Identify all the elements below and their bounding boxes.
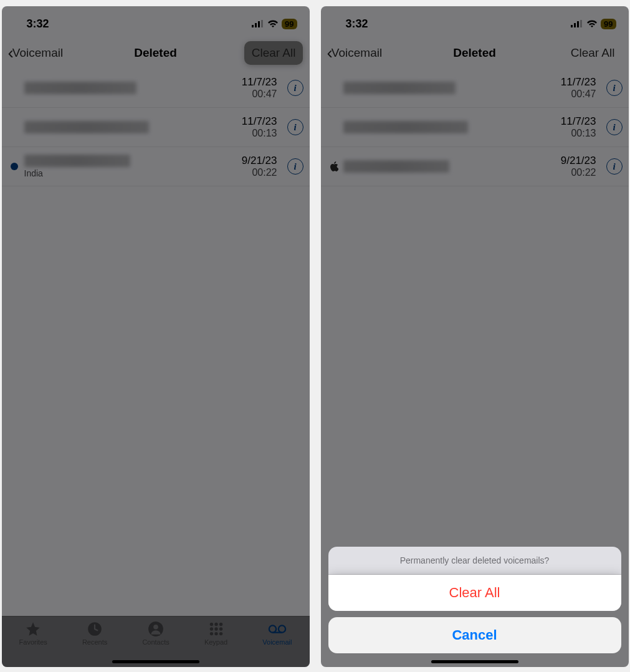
voicemail-duration: 00:13 [561, 128, 596, 139]
tab-label: Keypad [204, 638, 227, 646]
redacted-name [343, 121, 468, 133]
redacted-name [343, 160, 449, 173]
unread-dot [330, 123, 337, 131]
info-icon[interactable]: i [287, 119, 303, 135]
tab-label: Contacts [142, 638, 169, 646]
navigation-bar: ‹ Voicemail Deleted Clear All [321, 37, 629, 69]
action-sheet-message: Permanently clear deleted voicemails? [328, 547, 621, 575]
voicemail-date: 11/7/23 [561, 115, 596, 128]
voicemail-date: 9/21/23 [242, 155, 277, 167]
back-label: Voicemail [12, 46, 63, 60]
unread-dot [11, 163, 18, 170]
tab-label: Recents [82, 638, 107, 646]
info-icon[interactable]: i [606, 119, 623, 135]
voicemail-row[interactable]: India 9/21/23 00:22 i [2, 147, 310, 186]
svg-point-11 [214, 627, 217, 630]
battery-indicator: 99 [282, 19, 297, 29]
info-icon[interactable]: i [606, 158, 623, 175]
svg-rect-20 [574, 23, 576, 27]
back-label: Voicemail [332, 46, 382, 60]
svg-point-16 [269, 625, 276, 632]
tab-voicemail[interactable]: Voicemail [262, 620, 292, 646]
cellular-signal-icon [571, 20, 583, 27]
back-button[interactable]: ‹ Voicemail [327, 46, 383, 60]
status-time: 3:32 [27, 17, 49, 31]
redacted-name [24, 121, 149, 133]
clear-all-button[interactable]: Clear All [563, 41, 623, 65]
tab-recents[interactable]: Recents [82, 620, 107, 646]
voicemail-subtitle: India [24, 168, 237, 178]
status-bar: 3:32 99 [2, 6, 310, 37]
phone-left-deleted-voicemail: 3:32 99 ‹ Voicemail Deleted Clear Al [2, 6, 310, 667]
voicemail-date: 11/7/23 [561, 76, 596, 89]
redacted-name [24, 155, 130, 167]
voicemail-row[interactable]: 11/7/23 00:13 i [2, 108, 310, 147]
voicemail-duration: 00:13 [242, 128, 277, 139]
svg-point-17 [279, 625, 285, 632]
wifi-icon [267, 20, 279, 28]
svg-point-8 [214, 623, 217, 626]
unread-dot [11, 123, 18, 131]
svg-point-13 [209, 632, 212, 635]
action-sheet: Permanently clear deleted voicemails? Cl… [328, 547, 621, 653]
cancel-button[interactable]: Cancel [328, 617, 621, 653]
voicemail-row[interactable]: 11/7/23 00:13 i [321, 108, 629, 147]
tab-label: Favorites [19, 638, 47, 646]
voicemail-row[interactable]: 11/7/23 00:47 i [2, 69, 310, 108]
svg-point-12 [219, 627, 222, 630]
svg-point-15 [219, 632, 222, 635]
keypad-icon [207, 620, 226, 638]
voicemail-row[interactable]: 11/7/23 00:47 i [321, 69, 629, 108]
apple-icon [330, 161, 338, 171]
info-icon[interactable]: i [287, 158, 303, 175]
cellular-signal-icon [252, 20, 264, 27]
status-bar: 3:32 99 [321, 6, 629, 37]
back-button[interactable]: ‹ Voicemail [8, 46, 64, 60]
svg-point-9 [219, 623, 222, 626]
voicemail-duration: 00:22 [242, 167, 277, 178]
svg-rect-2 [258, 21, 260, 27]
voicemail-date: 11/7/23 [242, 76, 277, 89]
wifi-icon [586, 20, 598, 28]
svg-rect-22 [580, 20, 582, 27]
phone-right-clear-confirmation: 3:32 99 ‹ Voicemail Deleted Clear Al [321, 6, 629, 667]
home-indicator[interactable] [112, 660, 199, 663]
voicemail-date: 11/7/23 [242, 115, 277, 128]
person-icon [146, 620, 165, 638]
voicemail-duration: 00:22 [561, 167, 596, 178]
svg-point-7 [209, 623, 212, 626]
voicemail-list: 11/7/23 00:47 i 11/7/23 00:13 i [2, 69, 310, 616]
unread-dot [11, 84, 18, 92]
svg-point-14 [214, 632, 217, 635]
info-icon[interactable]: i [287, 80, 303, 96]
star-icon [24, 620, 42, 638]
clear-all-button[interactable]: Clear All [244, 41, 303, 65]
voicemail-duration: 00:47 [561, 89, 596, 100]
clear-all-confirm-button[interactable]: Clear All [328, 575, 621, 611]
page-title: Deleted [134, 46, 177, 60]
redacted-name [343, 82, 456, 94]
status-time: 3:32 [346, 17, 368, 31]
svg-rect-3 [261, 20, 263, 27]
svg-rect-19 [571, 25, 573, 27]
page-title: Deleted [453, 46, 496, 60]
battery-indicator: 99 [601, 19, 616, 29]
voicemail-row[interactable]: 9/21/23 00:22 i [321, 147, 629, 186]
tab-label: Voicemail [262, 638, 292, 646]
info-icon[interactable]: i [606, 80, 623, 96]
svg-rect-21 [577, 21, 579, 27]
navigation-bar: ‹ Voicemail Deleted Clear All [2, 37, 310, 69]
voicemail-duration: 00:47 [242, 89, 277, 100]
tab-keypad[interactable]: Keypad [204, 620, 227, 646]
clock-icon [85, 620, 104, 638]
voicemail-icon [268, 620, 287, 638]
voicemail-date: 9/21/23 [561, 155, 596, 167]
home-indicator[interactable] [431, 660, 518, 663]
unread-dot [330, 84, 337, 92]
svg-point-10 [209, 627, 212, 630]
tab-bar: Favorites Recents Contacts Keypad Voicem… [2, 616, 310, 667]
redacted-name [24, 82, 136, 94]
svg-rect-0 [252, 25, 254, 27]
tab-favorites[interactable]: Favorites [19, 620, 47, 646]
tab-contacts[interactable]: Contacts [142, 620, 169, 646]
